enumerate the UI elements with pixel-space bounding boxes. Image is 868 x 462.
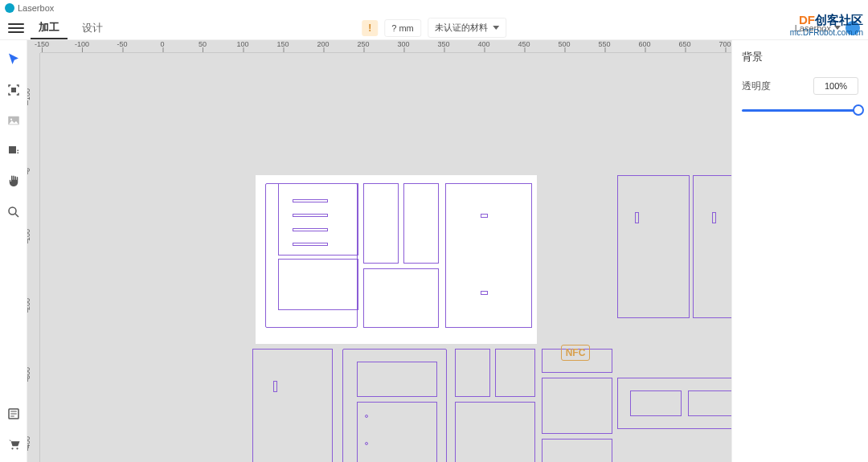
main: -150 -100 -50 0 50 100 150 200 250 300 3… [0, 40, 868, 462]
vector-shape[interactable] [635, 212, 639, 223]
vector-shape[interactable] [542, 439, 612, 462]
ruler-tick: -150 [35, 40, 49, 48]
topbar-right: Laserbox [795, 21, 860, 35]
menu-icon[interactable] [8, 20, 24, 36]
vector-shape[interactable] [712, 212, 716, 223]
vector-shape[interactable] [293, 199, 328, 202]
ruler-tick: 650 [678, 40, 690, 48]
chevron-down-icon [834, 26, 841, 30]
svg-point-5 [11, 448, 13, 449]
vector-shape[interactable] [357, 402, 437, 462]
ruler-tick: 300 [397, 40, 409, 48]
hand-tool[interactable] [6, 174, 22, 190]
panel-background: 背景 透明度 100% [731, 40, 868, 462]
ruler-tick: 500 [558, 40, 570, 48]
vector-shape[interactable] [252, 349, 333, 462]
ruler-tick: 200 [27, 298, 31, 310]
ruler-tick: 100 [27, 229, 31, 241]
library-tool[interactable] [6, 406, 22, 422]
vector-shape[interactable] [455, 349, 490, 397]
titlebar: Laserbox [0, 0, 868, 16]
ruler-tick: -100 [27, 88, 31, 103]
canvas-wrap: -150 -100 -50 0 50 100 150 200 250 300 3… [27, 40, 731, 462]
avatar[interactable] [845, 21, 860, 35]
shape-tool[interactable] [6, 143, 22, 159]
device-name: Laserbox [795, 23, 831, 33]
vector-shape[interactable] [542, 378, 612, 434]
vector-shape[interactable] [293, 228, 328, 231]
vector-shape[interactable] [363, 183, 399, 264]
opacity-label: 透明度 [742, 80, 771, 93]
svg-rect-2 [9, 146, 16, 153]
image-tool[interactable] [6, 112, 22, 129]
vector-shape[interactable] [357, 362, 437, 397]
warning-icon[interactable]: ! [362, 20, 378, 36]
vector-shape[interactable] [293, 214, 328, 217]
svg-point-3 [9, 207, 16, 215]
cart-tool[interactable] [6, 436, 22, 452]
ruler-tick: 550 [598, 40, 610, 48]
select-tool[interactable] [6, 51, 22, 67]
opacity-row: 透明度 100% [742, 77, 858, 95]
opacity-input[interactable]: 100% [813, 77, 858, 95]
ruler-tick: 100 [236, 40, 248, 48]
ruler-tick: 250 [357, 40, 369, 48]
ruler-tick: 300 [27, 367, 31, 379]
vector-shape[interactable] [445, 183, 532, 328]
ruler-tick: 400 [27, 436, 31, 448]
tab-process[interactable]: 加工 [31, 17, 68, 39]
vector-shape[interactable] [630, 390, 682, 416]
ruler-tick: 600 [638, 40, 650, 48]
vector-shape[interactable] [365, 442, 368, 445]
material-select[interactable]: 未认证的材料 [428, 18, 506, 38]
tab-design[interactable]: 设计 [74, 18, 111, 39]
app-icon [5, 3, 14, 13]
vector-shape[interactable] [688, 390, 731, 416]
vector-shape[interactable] [481, 214, 488, 218]
ruler-tick: 0 [27, 168, 31, 172]
svg-point-1 [10, 118, 11, 120]
canvas[interactable]: NFC [40, 53, 731, 462]
panel-title: 背景 [742, 50, 858, 64]
ruler-tick: 700 [719, 40, 731, 48]
vector-shape[interactable] [363, 268, 439, 328]
vector-shape[interactable] [693, 175, 731, 318]
ruler-tick: 450 [518, 40, 530, 48]
opacity-slider[interactable] [742, 104, 858, 116]
thickness-pill[interactable]: ? mm [384, 19, 421, 37]
slider-thumb[interactable] [853, 104, 864, 116]
vector-shape[interactable] [365, 415, 368, 418]
toolbar-left [0, 40, 27, 462]
ruler-tick: 150 [276, 40, 289, 48]
vector-shape[interactable] [273, 381, 277, 392]
vector-shape[interactable] [495, 349, 535, 397]
nfc-label[interactable]: NFC [561, 345, 590, 361]
app-title: Laserbox [18, 3, 54, 13]
ruler-tick: 200 [317, 40, 329, 48]
vector-shape[interactable] [403, 183, 439, 264]
ruler-tick: 350 [437, 40, 449, 48]
material-name: 未认证的材料 [435, 22, 488, 34]
vector-shape[interactable] [278, 259, 358, 310]
vector-shape[interactable] [455, 402, 535, 462]
device-select[interactable]: Laserbox [795, 23, 841, 33]
ruler-horizontal: -150 -100 -50 0 50 100 150 200 250 300 3… [40, 40, 731, 53]
chevron-down-icon [493, 26, 499, 30]
ruler-tick: -50 [117, 40, 127, 48]
zoom-tool[interactable] [6, 204, 22, 220]
ruler-tick: -100 [75, 40, 89, 48]
ruler-tick: 50 [199, 40, 207, 48]
magic-select-tool[interactable] [6, 82, 22, 98]
material-group: ! ? mm 未认证的材料 [362, 18, 506, 38]
vector-shape[interactable] [293, 243, 328, 246]
slider-track [742, 109, 858, 112]
ruler-vertical: -100 0 100 200 300 400 [27, 53, 40, 462]
vector-shape[interactable] [617, 175, 690, 318]
ruler-tick: 400 [477, 40, 489, 48]
svg-point-6 [16, 448, 18, 449]
topbar: 加工 设计 ! ? mm 未认证的材料 Laserbox [0, 16, 868, 40]
vector-shape[interactable] [481, 291, 488, 295]
ruler-tick: 0 [160, 40, 164, 48]
